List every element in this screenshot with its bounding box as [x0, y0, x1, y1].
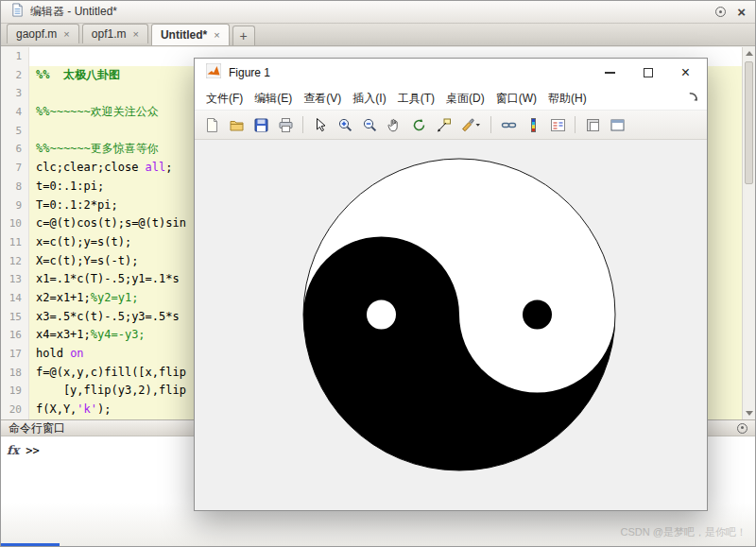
menu-view[interactable]: 查看(V)	[298, 88, 347, 110]
line-number: 9	[1, 197, 29, 215]
line-number: 19	[1, 382, 29, 401]
scrollbar-thumb[interactable]	[745, 61, 753, 184]
line-number: 7	[1, 159, 29, 178]
line-number: 3	[1, 84, 29, 103]
line-number: 10	[1, 214, 29, 233]
line-number: 13	[1, 270, 29, 289]
save-icon[interactable]	[249, 113, 272, 136]
figure-title: Figure 1	[229, 66, 270, 79]
menu-insert[interactable]: 插入(I)	[347, 88, 391, 110]
editor-tab-opf1m[interactable]: opf1.m×	[82, 24, 148, 43]
dock-figure-arrow-icon[interactable]	[687, 91, 701, 106]
tab-bar: gaopf.m×opf1.m×Untitled*× +	[1, 24, 755, 46]
line-number: 6	[1, 140, 29, 159]
tab-label: opf1.m	[92, 27, 127, 41]
toolbar-separator	[490, 116, 491, 133]
dock-window-icon[interactable]	[581, 113, 604, 136]
figure-window-controls: ×	[605, 65, 696, 80]
minimize-icon[interactable]	[605, 72, 615, 74]
window-layout-icon[interactable]	[606, 113, 628, 136]
window-controls: ×	[715, 5, 746, 19]
editor-scrollbar[interactable]	[742, 47, 755, 419]
link-plots-icon[interactable]	[497, 113, 520, 136]
print-icon[interactable]	[274, 113, 297, 136]
menu-file[interactable]: 文件(F)	[200, 88, 249, 110]
line-number: 5	[1, 122, 29, 141]
figure-title-bar[interactable]: Figure 1 ×	[195, 59, 707, 87]
line-number: 2	[1, 66, 29, 85]
command-prompt[interactable]: >>	[26, 444, 39, 457]
figure-toolbar	[195, 111, 707, 140]
title-bar: 编辑器 - Untitled* ×	[1, 1, 755, 24]
line-number: 15	[1, 308, 29, 327]
figure-canvas	[195, 140, 707, 510]
brush-icon[interactable]	[456, 113, 485, 136]
rotate-3d-icon[interactable]	[407, 113, 430, 136]
figure-window[interactable]: Figure 1 × 文件(F)编辑(E)查看(V)插入(I)工具(T)桌面(D…	[194, 58, 708, 511]
line-number: 17	[1, 345, 29, 364]
close-window-icon[interactable]: ×	[737, 5, 746, 19]
new-tab-button[interactable]: +	[232, 26, 255, 45]
new-document-icon[interactable]	[200, 113, 223, 136]
line-number: 14	[1, 289, 29, 308]
insert-legend-icon[interactable]	[546, 113, 569, 136]
cursor-arrow-icon[interactable]	[309, 113, 332, 136]
float-panel-icon[interactable]	[737, 423, 747, 434]
tab-close-icon[interactable]: ×	[214, 29, 219, 41]
line-number: 1	[1, 47, 29, 66]
watermark: CSDN @是梦吧，是你吧！	[621, 525, 747, 539]
tab-close-icon[interactable]: ×	[132, 28, 138, 40]
scrollbar-up-icon[interactable]	[746, 51, 753, 56]
toolbar-separator	[302, 116, 303, 133]
menu-tools[interactable]: 工具(T)	[392, 88, 440, 110]
taiji-white-dot	[367, 300, 396, 330]
close-icon[interactable]: ×	[681, 65, 690, 80]
line-number: 12	[1, 252, 29, 271]
matlab-editor-window: 编辑器 - Untitled* × gaopf.m×opf1.m×Untitle…	[0, 0, 756, 547]
line-number: 16	[1, 326, 29, 345]
menu-desktop[interactable]: 桌面(D)	[440, 88, 490, 110]
pan-hand-icon[interactable]	[383, 113, 405, 136]
maximize-icon[interactable]	[644, 68, 653, 77]
menu-edit[interactable]: 编辑(E)	[249, 88, 298, 110]
matlab-figure-icon	[206, 63, 221, 82]
taiji-black-dot	[523, 300, 552, 330]
line-number: 8	[1, 178, 29, 197]
tab-label: Untitled*	[161, 28, 207, 42]
bottom-accent	[1, 543, 60, 546]
menu-window[interactable]: 窗口(W)	[490, 88, 542, 110]
tab-label: gaopf.m	[16, 27, 57, 41]
tabs-container: gaopf.m×opf1.m×Untitled*×	[7, 24, 232, 45]
window-title: 编辑器 - Untitled*	[30, 4, 117, 20]
zoom-in-icon[interactable]	[334, 113, 356, 136]
command-window-title: 命令行窗口	[9, 420, 65, 436]
fx-badge: fx	[7, 443, 19, 457]
open-file-icon[interactable]	[225, 113, 248, 136]
figure-menu-items: 文件(F)编辑(E)查看(V)插入(I)工具(T)桌面(D)窗口(W)帮助(H)	[200, 88, 593, 110]
float-window-icon[interactable]	[715, 7, 726, 17]
line-number: 4	[1, 103, 29, 122]
figure-menu-bar: 文件(F)编辑(E)查看(V)插入(I)工具(T)桌面(D)窗口(W)帮助(H)	[195, 87, 707, 111]
tab-close-icon[interactable]: ×	[63, 28, 69, 40]
editor-tab-untitled[interactable]: Untitled*×	[151, 24, 230, 45]
taiji-plot	[195, 140, 707, 510]
scrollbar-down-icon[interactable]	[746, 411, 753, 416]
line-number: 11	[1, 233, 29, 252]
insert-colorbar-icon[interactable]	[522, 113, 544, 136]
data-cursor-icon[interactable]	[432, 113, 455, 136]
editor-tab-gaopfm[interactable]: gaopf.m×	[7, 24, 79, 43]
zoom-out-icon[interactable]	[358, 113, 381, 136]
line-number: 18	[1, 364, 29, 383]
editor-app-icon	[10, 3, 25, 21]
line-number: 20	[1, 401, 29, 419]
menu-help[interactable]: 帮助(H)	[542, 88, 593, 110]
toolbar-separator	[575, 116, 576, 133]
